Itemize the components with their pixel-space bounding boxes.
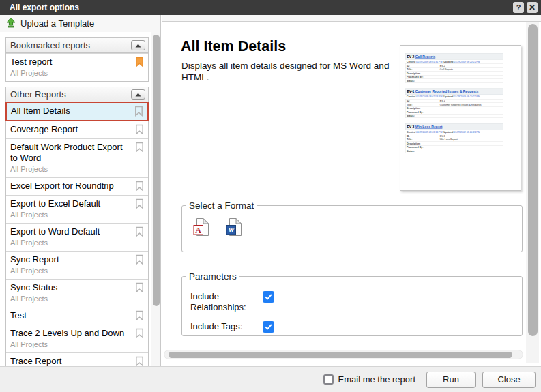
collapse-section-button[interactable] (131, 40, 145, 50)
bookmark-icon (135, 226, 144, 237)
preview-table: ID:EV-3Title:Win Loss ReportDescription:… (405, 134, 503, 153)
bookmark-icon (135, 310, 144, 321)
bookmark-toggle[interactable] (135, 282, 144, 296)
checkmark-icon (264, 292, 273, 301)
format-fieldset: Select a Format A (181, 200, 523, 252)
report-item-scope: All Projects (10, 340, 130, 349)
collapse-section-button[interactable] (131, 89, 145, 100)
email-me-checkbox[interactable] (323, 374, 334, 385)
main-vertical-scrollbar-thumb[interactable] (528, 24, 538, 336)
report-list-item[interactable]: Trace 2 Levels Up and DownAll Projects (6, 325, 148, 352)
preview-section-heading: EV-2 Call Reports (405, 53, 503, 60)
sidebar: Upload a Template Bookmarked reportsTest… (0, 15, 161, 366)
upload-icon (5, 17, 16, 30)
bookmark-toggle[interactable] (135, 310, 144, 324)
report-section: Bookmarked reportsTest reportAll Project… (5, 37, 149, 82)
parameter-label: Include Tags: (190, 321, 261, 333)
dialog-titlebar: All export options ? ✕ (0, 0, 541, 15)
bookmark-toggle[interactable] (135, 226, 144, 240)
report-item-title: Sync Report (10, 254, 130, 265)
bookmark-icon (135, 181, 144, 192)
bookmark-icon (135, 282, 144, 293)
report-list-item[interactable]: Trace ReportAll Projects (6, 352, 148, 366)
section-header: Bookmarked reports (6, 38, 148, 53)
format-legend: Select a Format (186, 200, 257, 211)
report-list-item[interactable]: Test reportAll Projects (6, 53, 148, 81)
report-item-title: Export to Word Default (10, 226, 130, 237)
report-description: Displays all item details designed for M… (181, 60, 390, 83)
email-me-label: Email me the report (338, 374, 415, 385)
upload-template-label: Upload a Template (20, 18, 94, 29)
close-button[interactable]: Close (482, 372, 536, 388)
report-list-item[interactable]: Test (6, 307, 148, 325)
main-horizontal-scrollbar-thumb[interactable] (169, 352, 512, 358)
report-item-title: Test (10, 310, 130, 321)
report-item-title: Coverage Report (10, 124, 130, 135)
preview-section: EV-1 Customer Reported Issues & Requests… (405, 89, 503, 119)
word-format-icon[interactable]: W (226, 217, 242, 239)
report-list-item[interactable]: Sync StatusAll Projects (6, 279, 148, 307)
report-list-item[interactable]: Excel Export for Roundtrip (6, 177, 148, 195)
report-list-item[interactable]: Sync ReportAll Projects (6, 251, 148, 279)
triangle-up-icon (135, 44, 141, 48)
section-header: Other Reports (6, 87, 148, 102)
svg-text:A: A (195, 226, 201, 235)
parameter-row: Include Tags: (190, 321, 274, 333)
sidebar-scrollbar[interactable] (151, 33, 160, 365)
report-item-title: Excel Export for Roundtrip (10, 181, 130, 192)
section-title: Bookmarked reports (10, 40, 90, 50)
include-tags-checkbox[interactable] (263, 321, 274, 333)
report-item-scope: All Projects (10, 69, 130, 78)
report-title: All Item Details (181, 38, 286, 55)
bookmark-toggle[interactable] (135, 198, 144, 212)
export-options-dialog: All export options ? ✕ Upload a Template… (0, 0, 541, 392)
parameter-label: Include Relationships: (190, 291, 261, 313)
report-list-item[interactable]: Export to Word DefaultAll Projects (6, 223, 148, 251)
report-list-item[interactable]: All Item Details (5, 102, 149, 121)
report-item-title: Trace 2 Levels Up and Down (10, 328, 130, 339)
preview-section-heading: EV-3 Win Loss Report (405, 123, 503, 130)
report-list: Bookmarked reportsTest reportAll Project… (0, 32, 151, 366)
report-preview-thumbnail: EV-2 Call ReportsCreated 01/29/2009 08:0… (400, 45, 521, 191)
main-vertical-scrollbar[interactable] (526, 22, 539, 363)
bookmark-toggle[interactable] (135, 181, 144, 194)
parameters-fieldset: Parameters Include Relationships: Includ… (181, 271, 523, 336)
bookmark-icon (135, 198, 144, 209)
include-relationships-checkbox[interactable] (263, 291, 274, 303)
dialog-title: All export options (10, 0, 79, 15)
report-list-item[interactable]: Export to Excel DefaultAll Projects (6, 195, 148, 223)
bookmark-toggle[interactable] (134, 106, 143, 119)
bookmark-toggle[interactable] (135, 57, 144, 70)
bookmark-toggle[interactable] (135, 356, 144, 366)
help-icon[interactable]: ? (513, 2, 524, 13)
upload-template-link[interactable]: Upload a Template (0, 15, 160, 32)
section-title: Other Reports (10, 89, 66, 100)
sidebar-scrollbar-thumb[interactable] (153, 35, 160, 306)
triangle-up-icon (135, 93, 141, 97)
parameter-row: Include Relationships: (190, 291, 274, 313)
report-list-item[interactable]: Default Work Product Export to WordAll P… (6, 138, 148, 177)
preview-section: EV-2 Call ReportsCreated 01/29/2009 08:0… (405, 53, 503, 83)
bookmark-icon (135, 328, 144, 339)
bookmark-toggle[interactable] (135, 142, 144, 155)
checkmark-icon (264, 322, 273, 331)
report-list-item[interactable]: Coverage Report (6, 121, 148, 138)
bookmark-toggle[interactable] (135, 328, 144, 342)
report-item-title: Export to Excel Default (10, 198, 130, 209)
close-icon[interactable]: ✕ (527, 2, 538, 13)
preview-section-heading: EV-1 Customer Reported Issues & Requests (405, 89, 503, 95)
bookmark-icon (135, 356, 144, 366)
report-item-title: Sync Status (10, 282, 130, 293)
bookmark-icon (135, 254, 144, 265)
main-horizontal-scrollbar[interactable] (164, 350, 523, 359)
bookmark-toggle[interactable] (135, 124, 144, 138)
report-item-scope: All Projects (10, 165, 130, 174)
report-item-title: Trace Report (10, 356, 130, 366)
footer-bar: Email me the report Run Close (0, 366, 541, 392)
bookmark-toggle[interactable] (135, 254, 144, 268)
run-button[interactable]: Run (426, 372, 476, 388)
bookmark-icon (135, 142, 144, 153)
preview-section: EV-3 Win Loss ReportCreated 01/29/2009 0… (405, 123, 503, 153)
pdf-format-icon[interactable]: A (193, 217, 209, 239)
report-section: Other ReportsAll Item DetailsCoverage Re… (5, 87, 149, 366)
